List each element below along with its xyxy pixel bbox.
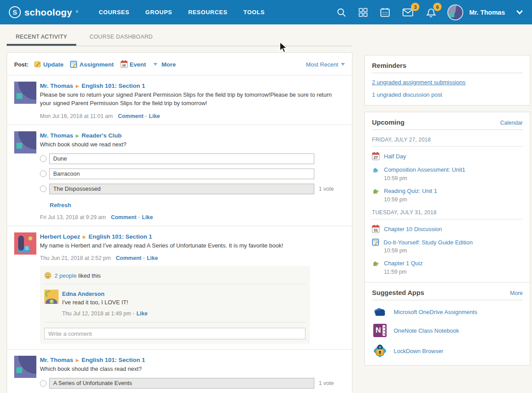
event-time: 10:59 pm bbox=[384, 196, 523, 203]
event-link[interactable]: Composition Assessment: Unit1 bbox=[384, 166, 466, 173]
onenote-icon: N bbox=[373, 324, 387, 337]
event-time: 10:59 pm bbox=[384, 175, 523, 181]
post-event-button[interactable]: 26 Event bbox=[121, 61, 146, 68]
puzzle-green-icon bbox=[372, 187, 379, 195]
user-avatar[interactable] bbox=[447, 4, 463, 20]
nav-tools[interactable]: TOOLS bbox=[243, 9, 265, 16]
app-item: N OneNote Class Notebook bbox=[372, 324, 523, 337]
schoology-logo[interactable]: S schoology ® bbox=[9, 6, 78, 18]
breadcrumb-arrow-icon: ▶ bbox=[76, 358, 79, 362]
avatar[interactable] bbox=[14, 232, 36, 255]
comment-body: I've read it too, I LOVE IT! bbox=[62, 299, 148, 306]
messages-badge: 3 bbox=[411, 3, 419, 11]
breadcrumb-arrow-icon: ▶ bbox=[83, 235, 86, 239]
tab-course-dashboard[interactable]: COURSE DASHBOARD bbox=[90, 28, 153, 46]
breadcrumb-arrow-icon: ▶ bbox=[76, 84, 79, 88]
post-assignment-button[interactable]: Assignment bbox=[70, 61, 113, 68]
feed-post: Mr. Thomas▶English 101: Section 1 Please… bbox=[7, 75, 352, 125]
like-link[interactable]: Like bbox=[147, 255, 158, 261]
reminder-link[interactable]: 2 ungraded assignment submissions bbox=[372, 79, 523, 86]
app-link[interactable]: Microsoft OneDrive Assignments bbox=[394, 309, 477, 315]
poll-radio[interactable] bbox=[40, 155, 47, 162]
post-timestamp: Mon Jul 16, 2018 at 11:01 am bbox=[40, 113, 113, 119]
more-apps-link[interactable]: More bbox=[510, 290, 523, 296]
avatar[interactable] bbox=[44, 290, 59, 304]
calendar-event-icon: 27 bbox=[372, 153, 379, 160]
poll-radio[interactable] bbox=[40, 380, 47, 387]
reminder-link[interactable]: 1 ungraded discussion post bbox=[372, 91, 523, 98]
vote-count: 1 vote bbox=[319, 186, 334, 192]
post-course-link[interactable]: English 101: Section 1 bbox=[89, 233, 152, 240]
comment-author-link[interactable]: Edna Anderson bbox=[62, 291, 105, 297]
search-icon[interactable] bbox=[336, 7, 347, 18]
post-more-button[interactable]: More bbox=[153, 61, 176, 68]
notifications-bell-icon[interactable]: 6 bbox=[425, 7, 436, 18]
app-link[interactable]: LockDown Browser bbox=[394, 348, 443, 354]
puzzle-green-icon bbox=[372, 259, 379, 267]
post-timestamp: Fri Jul 13, 2018 at 9:29 am bbox=[40, 214, 106, 220]
post-title: Herbert Lopez▶English 101: Section 1 bbox=[40, 233, 345, 240]
comment-link[interactable]: Comment bbox=[111, 214, 137, 220]
upcoming-event: Do-It-Yourself: Study Guide Edition bbox=[372, 239, 523, 246]
upcoming-date-header: FRIDAY, JULY 27, 2018 bbox=[372, 137, 523, 147]
notifications-badge: 6 bbox=[433, 3, 442, 11]
nav-groups[interactable]: GROUPS bbox=[145, 9, 172, 16]
poll-radio[interactable] bbox=[40, 185, 47, 192]
comment-link[interactable]: Comment bbox=[116, 255, 141, 261]
chevron-down-icon[interactable] bbox=[516, 10, 523, 15]
calendar-link[interactable]: Calendar bbox=[500, 120, 523, 126]
post-course-link[interactable]: English 101: Section 1 bbox=[82, 357, 145, 363]
like-link[interactable]: Like bbox=[137, 310, 148, 317]
event-link[interactable]: Do-It-Yourself: Study Guide Edition bbox=[383, 239, 473, 246]
app-item: Microsoft OneDrive Assignments bbox=[372, 307, 523, 317]
avatar[interactable] bbox=[14, 131, 36, 153]
calendar-event-icon: 31 bbox=[372, 225, 379, 233]
calendar-icon[interactable] bbox=[379, 7, 391, 18]
nav-courses[interactable]: COURSES bbox=[99, 9, 129, 16]
event-link[interactable]: Chapter 10 Discussion bbox=[384, 226, 442, 232]
event-link[interactable]: Chapter 1 Quiz bbox=[384, 260, 422, 267]
event-icon: 26 bbox=[121, 61, 128, 68]
upcoming-event: 27 Half Day bbox=[372, 153, 523, 160]
nav-resources[interactable]: RESOURCES bbox=[188, 9, 227, 16]
like-link[interactable]: Like bbox=[142, 214, 153, 220]
post-author-link[interactable]: Herbert Lopez bbox=[40, 233, 80, 240]
avatar[interactable] bbox=[14, 356, 36, 378]
feed-post: Herbert Lopez▶English 101: Section 1 My … bbox=[7, 226, 352, 350]
post-course-link[interactable]: English 101: Section 1 bbox=[82, 83, 145, 89]
app-grid-icon[interactable] bbox=[358, 7, 368, 18]
poll-refresh-link[interactable]: Refresh bbox=[50, 202, 71, 208]
post-author-link[interactable]: Mr. Thomas bbox=[40, 132, 73, 139]
post-timestamp: Thu Jun 21, 2018 at 2:52 pm bbox=[40, 255, 111, 261]
post-author-link[interactable]: Mr. Thomas bbox=[40, 357, 73, 363]
comment-input[interactable] bbox=[44, 328, 305, 339]
poll-question: Which book should we read next? bbox=[40, 141, 338, 149]
poll-radio[interactable] bbox=[40, 170, 47, 177]
post-update-button[interactable]: Update bbox=[34, 61, 64, 68]
poll-option-label: A Series of Unfortunate Events bbox=[49, 378, 314, 389]
activity-feed: Post: Update Assignment 26 Event More Mo… bbox=[7, 52, 352, 393]
post-author-link[interactable]: Mr. Thomas bbox=[40, 83, 73, 89]
top-navigation-bar: S schoology ® COURSES GROUPS RESOURCES T… bbox=[0, 0, 532, 24]
like-link[interactable]: Like bbox=[149, 113, 160, 119]
comment-link[interactable]: Comment bbox=[118, 113, 144, 119]
sort-dropdown[interactable]: Most Recent bbox=[306, 61, 345, 68]
lockdown-icon bbox=[373, 344, 387, 358]
upcoming-title: Upcoming bbox=[372, 118, 404, 126]
event-link[interactable]: Reading Quiz: Unit 1 bbox=[384, 188, 437, 194]
post-toolbar: Post: Update Assignment 26 Event More Mo… bbox=[7, 53, 352, 75]
app-item: LockDown Browser bbox=[372, 344, 523, 358]
tab-recent-activity[interactable]: RECENT ACTIVITY bbox=[7, 28, 76, 46]
user-name[interactable]: Mr. Thomas bbox=[469, 9, 505, 16]
suggested-apps-panel: Suggested Apps More Microsoft OneDrive A… bbox=[364, 282, 530, 365]
avatar[interactable] bbox=[14, 82, 36, 104]
post-title: Mr. Thomas▶English 101: Section 1 bbox=[40, 83, 345, 89]
liked-by-link[interactable]: 2 people bbox=[55, 272, 77, 279]
liked-by-row: 2 people liked this bbox=[44, 270, 305, 284]
comment-timestamp: Thu Jul 12, 2018 at 1:49 pm bbox=[62, 310, 131, 317]
app-link[interactable]: OneNote Class Notebook bbox=[394, 327, 459, 334]
messages-icon[interactable]: 3 bbox=[402, 7, 414, 18]
event-link[interactable]: Half Day bbox=[384, 153, 406, 160]
post-course-link[interactable]: Reader's Club bbox=[82, 132, 121, 139]
upcoming-event: Chapter 1 Quiz bbox=[372, 259, 523, 267]
